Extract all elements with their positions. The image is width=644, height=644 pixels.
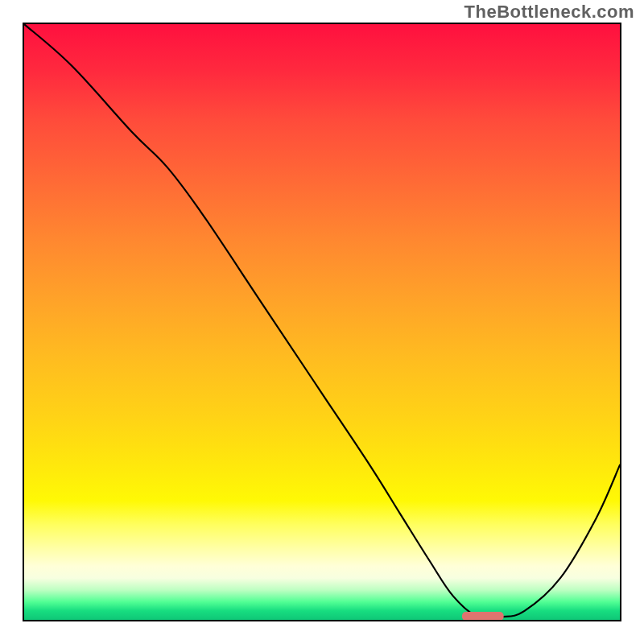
optimal-range-marker [462, 612, 504, 620]
chart-plot-area [23, 23, 621, 621]
chart-svg [24, 24, 620, 620]
bottleneck-curve-line [24, 24, 620, 618]
attribution-label: TheBottleneck.com [464, 2, 634, 23]
